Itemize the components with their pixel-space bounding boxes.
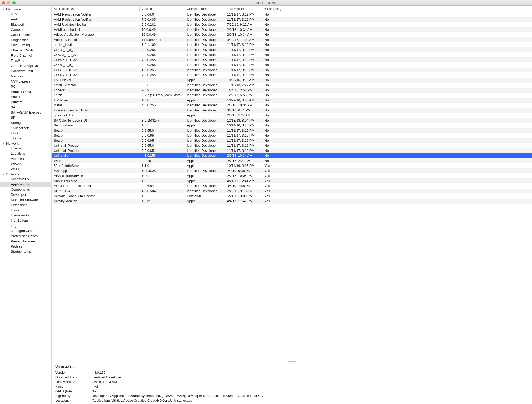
sidebar-item[interactable]: Camera [0, 27, 51, 32]
sidebar-item[interactable]: Components [0, 187, 51, 192]
sidebar-item[interactable]: iBridge [0, 136, 51, 141]
sidebar-item[interactable]: Fibre Channel [0, 53, 51, 58]
table-row[interactable]: AAM Registration Notifier3.0.64.0Identif… [52, 12, 532, 17]
sidebar-section-header[interactable]: ▼Network [0, 141, 51, 146]
table-row[interactable]: InkServer10.9Apple10/29/16, 3:03 AMNo [52, 98, 532, 103]
disclosure-triangle-icon[interactable]: ▼ [3, 8, 5, 11]
column-header[interactable]: Last Modified [225, 6, 262, 12]
minimize-icon[interactable] [7, 1, 10, 4]
table-row[interactable]: Setup5.0.65.0Identified Developer11/11/1… [52, 128, 532, 133]
table-row[interactable]: CDEC_1_0_04.3.0.256Identified Developer1… [52, 47, 532, 53]
sidebar-item[interactable]: Audio [0, 17, 51, 22]
sidebar-item[interactable]: Storage [0, 120, 51, 125]
disclosure-triangle-icon[interactable]: ▼ [3, 142, 5, 145]
sidebar-item[interactable]: Managed Client [0, 228, 51, 234]
sidebar-item[interactable]: Startup Items [0, 249, 51, 254]
table-row[interactable]: COPS_1_0_324.3.0.256Identified Developer… [52, 62, 532, 68]
sidebar-item[interactable]: SPI [0, 115, 51, 120]
table-row[interactable]: Activate Continuum License1.0Unknown5/24… [52, 193, 532, 199]
table-row[interactable]: Uninstaller4.3.0.256Identified Developer… [52, 153, 532, 158]
sidebar-item[interactable]: Printers [0, 100, 51, 105]
table-row[interactable]: COMP_1_1_324.3.0.256Identified Developer… [52, 57, 532, 63]
sidebar-item[interactable]: Logs [0, 223, 51, 228]
sidebar-item[interactable]: Card Reader [0, 32, 51, 38]
table-row[interactable]: Fetch5.7.7 (5H1795, Web Store)Identified… [52, 93, 532, 98]
sidebar-item[interactable]: Thunderbolt [0, 125, 51, 131]
table-row[interactable]: Install4.3.0.256Identified Developer2/6/… [52, 103, 532, 108]
sidebar-item[interactable]: PCI [0, 84, 51, 89]
sidebar-item[interactable]: Power [0, 94, 51, 100]
table-row[interactable]: SA Color Finesse 3 UI3.0.15(314)Identifi… [52, 118, 532, 123]
sidebar-item[interactable]: Installations [0, 218, 51, 223]
close-icon[interactable] [2, 1, 5, 4]
sidebar-item[interactable]: Printer Software [0, 239, 51, 244]
table-row[interactable]: adobe_licutil7.0.1.109Identified Develop… [52, 42, 532, 47]
sidebar-item[interactable]: Firewall [0, 146, 51, 151]
table-row[interactable]: Activity Monitor10.12Apple4/4/17, 11:47 … [52, 199, 532, 204]
applications-table[interactable]: AAM Registration Notifier3.0.64.0Identif… [52, 12, 532, 360]
sidebar-item[interactable]: Frameworks [0, 213, 51, 218]
table-row[interactable]: Adobe Application Manager10.0.0.49Identi… [52, 32, 532, 37]
table-row[interactable]: eMail Extractor3.6.6Identified Developer… [52, 83, 532, 88]
table-row[interactable]: AASIapp10.0.0.263Identified Developer2/9… [52, 168, 532, 174]
sidebar-item[interactable]: Fonts [0, 208, 51, 213]
sidebar-section-header[interactable]: ▼Software [0, 172, 51, 177]
sidebar[interactable]: ▼HardwareATAAudioBluetoothCameraCard Rea… [0, 6, 52, 404]
sidebar-item[interactable]: NVMExpress [0, 79, 51, 84]
table-row[interactable]: Uninstall Product5.0.65.0Identified Deve… [52, 143, 532, 148]
sidebar-item[interactable]: Extensions [0, 203, 51, 208]
sidebar-item[interactable]: Preference Panes [0, 234, 51, 239]
sidebar-item[interactable]: Disc Burning [0, 43, 51, 48]
sidebar-item[interactable]: Bluetooth [0, 22, 51, 27]
sidebar-item[interactable]: SAS [0, 105, 51, 110]
table-row[interactable]: About This Mac1.0Apple4/21/17, 12:44 AMY… [52, 178, 532, 184]
table-row[interactable]: quicklookd325.0Apple2/5/17, 5:24 AMNo [52, 113, 532, 118]
sidebar-item[interactable]: SATA/SATA Express [0, 110, 51, 115]
table-row[interactable]: AAMLauncherUtil10.0.0.49Identified Devel… [52, 27, 532, 32]
sidebar-item[interactable]: Wi-Fi [0, 167, 51, 172]
table-row[interactable]: CORE_1_0_324.3.0.256Identified Developer… [52, 68, 532, 73]
table-row[interactable]: 50onPaletteServer1.1.0Apple10/14/16, 9:0… [52, 163, 532, 168]
table-row[interactable]: Setup9.0.0.65Identified Developer11/11/1… [52, 133, 532, 138]
table-row[interactable]: Fcheck2009Identified Developer1/24/18, 2… [52, 88, 532, 93]
column-header[interactable]: Application Name [52, 6, 140, 12]
sidebar-item[interactable]: USB [0, 131, 51, 136]
table-row[interactable]: Wish8.4.19Apple2/7/17, 2:27 AMNo [52, 158, 532, 163]
table-row[interactable]: SecurityFixer10.8Apple10/14/16, 8:26 PMN… [52, 123, 532, 128]
table-row[interactable]: ACCFinderBundleLoader2.4.6.84Identified … [52, 183, 532, 189]
sidebar-item[interactable]: Disabled Software [0, 197, 51, 203]
table-row[interactable]: ABAssistantService10.0Apple2/7/17, 10:04… [52, 173, 532, 178]
sidebar-item[interactable]: Parallel SCSI [0, 89, 51, 94]
table-row[interactable]: Setup9.0.0.65Identified Developer11/11/1… [52, 138, 532, 143]
table-row[interactable]: AAM Registration Notifier7.0.0.485Identi… [52, 17, 532, 22]
sidebar-item[interactable]: Locations [0, 151, 51, 156]
sidebar-item[interactable]: ATA [0, 12, 51, 17]
sidebar-item[interactable]: Accessibility [0, 177, 51, 182]
sidebar-item[interactable]: Memory [0, 74, 51, 79]
column-header[interactable]: 64-Bit (Intel) [262, 6, 532, 12]
sidebar-item[interactable]: Graphics/Displays [0, 63, 51, 69]
sidebar-item[interactable]: Applications [0, 182, 51, 187]
table-row[interactable]: Uninstall Product9.0.0.65Identified Deve… [52, 148, 532, 153]
sidebar-section-header[interactable]: ▼Hardware [0, 7, 51, 12]
column-header[interactable]: Version [140, 6, 185, 12]
sidebar-item[interactable]: WWAN [0, 161, 51, 167]
table-row[interactable]: License Transfer UtilityIdentified Devel… [52, 108, 532, 113]
sidebar-item[interactable]: Profiles [0, 244, 51, 249]
sidebar-item[interactable]: FireWire [0, 58, 51, 63]
sidebar-item[interactable]: Ethernet Cards [0, 48, 51, 53]
column-header[interactable]: Obtained from [185, 6, 225, 12]
table-row[interactable]: CORG_1_1_324.3.0.256Identified Developer… [52, 72, 532, 78]
titlebar[interactable]: MacBook Pro [0, 0, 532, 6]
table-row[interactable]: DVD Player5.8Apple10/29/16, 3:15 AMNo [52, 78, 532, 83]
disclosure-triangle-icon[interactable]: ▼ [3, 173, 5, 176]
table-row[interactable]: Adobe Connect11.9.982.437Identified Deve… [52, 37, 532, 42]
split-divider[interactable] [52, 360, 532, 362]
sidebar-item[interactable]: Hardware RAID [0, 69, 51, 74]
sidebar-item[interactable]: Volumes [0, 156, 51, 161]
table-row[interactable]: AAM Updates Notifier9.0.0.281Identified … [52, 22, 532, 27]
table-row[interactable]: COCM_1_0_324.3.0.256Identified Developer… [52, 52, 532, 57]
sidebar-item[interactable]: Developer [0, 192, 51, 197]
table-row[interactable]: ACR_11_44.9.0.504Identified Developer7/2… [52, 189, 532, 194]
sidebar-item[interactable]: Diagnostics [0, 38, 51, 43]
